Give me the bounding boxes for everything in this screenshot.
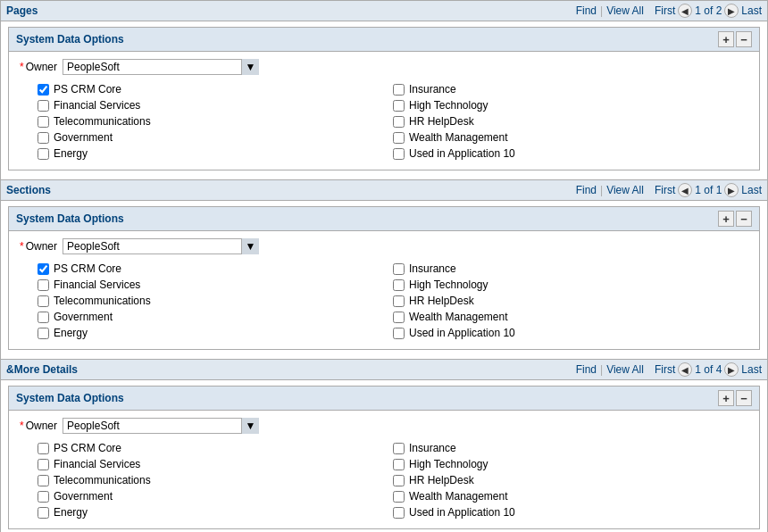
next-btn-sections[interactable]: ▶ [724,183,739,197]
checkbox-label-p_telecom[interactable]: Telecommunications [54,115,151,128]
checkbox-label-m_app10[interactable]: Used in Application 10 [409,506,515,519]
checkbox-m_hightech[interactable] [393,459,405,470]
checkbox-label-p_pscrm[interactable]: PS CRM Core [54,83,121,96]
inner-header-btns-pages: +− [718,31,752,47]
checkbox-p_telecom[interactable] [38,116,49,128]
view-all-link-sections[interactable]: View All [606,184,644,196]
checkbox-label-s_insurance[interactable]: Insurance [409,262,456,275]
checkbox-label-p_wealth[interactable]: Wealth Management [409,131,508,144]
checkbox-p_hightech[interactable] [393,100,405,112]
checkbox-s_gov[interactable] [38,312,49,323]
checkbox-m_insurance[interactable] [393,443,405,454]
owner-select-sections[interactable]: PeopleSoft [63,238,259,254]
checkbox-p_app10[interactable] [393,148,405,160]
checkbox-label-m_energy[interactable]: Energy [54,506,88,519]
checkbox-label-p_financial[interactable]: Financial Services [54,99,140,112]
owner-select-wrapper-sections: PeopleSoft▼ [63,238,259,254]
checkbox-label-s_energy[interactable]: Energy [54,327,88,339]
view-all-link-pages[interactable]: View All [606,4,644,17]
owner-select-wrapper-more-details: PeopleSoft▼ [63,418,259,434]
last-link-pages[interactable]: Last [741,4,762,17]
checkbox-s_pscrm[interactable] [38,263,49,275]
next-btn-pages[interactable]: ▶ [724,4,739,18]
view-all-link-more-details[interactable]: View All [606,363,644,376]
remove-btn-more-details[interactable]: − [736,390,752,406]
checkbox-s_insurance[interactable] [393,263,405,275]
prev-btn-more-details[interactable]: ◀ [678,362,692,377]
last-link-more-details[interactable]: Last [741,363,762,376]
checkbox-label-s_wealth[interactable]: Wealth Management [409,311,508,323]
add-btn-pages[interactable]: + [718,31,734,47]
first-link-pages[interactable]: First [655,4,675,17]
last-link-sections[interactable]: Last [741,184,762,196]
add-btn-sections[interactable]: + [718,211,734,227]
checkbox-label-p_insurance[interactable]: Insurance [409,83,456,96]
prev-btn-pages[interactable]: ◀ [678,4,692,18]
checkbox-item-p_energy: Energy [38,146,393,161]
checkbox-label-p_app10[interactable]: Used in Application 10 [409,147,515,160]
checkbox-s_telecom[interactable] [38,295,49,307]
remove-btn-pages[interactable]: − [736,31,752,47]
checkbox-label-m_insurance[interactable]: Insurance [409,442,456,454]
checkbox-s_hightech[interactable] [393,279,405,291]
checkbox-m_app10[interactable] [393,507,405,519]
owner-select-pages[interactable]: PeopleSoft [63,59,259,75]
checkbox-s_hrhelp[interactable] [393,295,405,307]
find-link-pages[interactable]: Find [576,4,597,17]
checkbox-label-s_hightech[interactable]: High Technology [409,278,488,291]
checkbox-p_energy[interactable] [38,148,49,160]
checkbox-m_pscrm[interactable] [38,443,49,454]
checkbox-label-m_hrhelp[interactable]: HR HelpDesk [409,474,474,486]
checkbox-label-p_gov[interactable]: Government [54,131,113,144]
checkbox-item-p_wealth: Wealth Management [393,130,748,145]
checkbox-label-m_pscrm[interactable]: PS CRM Core [54,442,121,454]
checkbox-label-s_hrhelp[interactable]: HR HelpDesk [409,295,474,307]
checkbox-s_app10[interactable] [393,328,405,339]
checkbox-s_wealth[interactable] [393,312,405,323]
checkbox-label-s_telecom[interactable]: Telecommunications [54,295,151,307]
checkbox-m_gov[interactable] [38,491,49,503]
prev-btn-sections[interactable]: ◀ [678,183,692,197]
checkbox-p_pscrm[interactable] [38,84,49,96]
required-star-sections: * [20,240,24,253]
checkbox-label-m_gov[interactable]: Government [54,490,113,503]
inner-box-more-details: System Data Options+−*OwnerPeopleSoft▼PS… [8,386,760,529]
next-btn-more-details[interactable]: ▶ [724,362,739,377]
checkbox-label-s_app10[interactable]: Used in Application 10 [409,327,515,339]
checkbox-p_wealth[interactable] [393,132,405,144]
checkbox-label-s_financial[interactable]: Financial Services [54,278,140,291]
checkbox-label-m_wealth[interactable]: Wealth Management [409,490,508,503]
checkbox-p_insurance[interactable] [393,84,405,96]
checkbox-m_telecom[interactable] [38,475,49,486]
checkbox-p_financial[interactable] [38,100,49,112]
checkbox-m_hrhelp[interactable] [393,475,405,486]
checkbox-label-s_gov[interactable]: Government [54,311,113,323]
find-link-sections[interactable]: Find [576,184,597,196]
checkbox-label-m_hightech[interactable]: High Technology [409,458,488,470]
inner-content-pages: *OwnerPeopleSoft▼PS CRM CoreInsuranceFin… [9,52,759,170]
checkbox-item-m_gov: Government [38,489,393,503]
checkbox-s_financial[interactable] [38,279,49,291]
add-btn-more-details[interactable]: + [718,390,734,406]
remove-btn-sections[interactable]: − [736,211,752,227]
checkbox-label-p_hrhelp[interactable]: HR HelpDesk [409,115,474,128]
find-link-more-details[interactable]: Find [576,363,597,376]
checkbox-label-m_telecom[interactable]: Telecommunications [54,474,151,486]
checkbox-item-p_gov: Government [38,130,393,145]
checkbox-label-s_pscrm[interactable]: PS CRM Core [54,262,121,275]
inner-header-sections: System Data Options+− [9,207,759,231]
checkbox-item-p_financial: Financial Services [38,98,393,112]
pager-more-details: First◀1 of 4▶Last [655,362,762,377]
checkbox-m_financial[interactable] [38,459,49,470]
owner-select-more-details[interactable]: PeopleSoft [63,418,259,434]
checkbox-label-p_hightech[interactable]: High Technology [409,99,488,112]
first-link-sections[interactable]: First [655,184,675,196]
checkbox-m_wealth[interactable] [393,491,405,503]
checkbox-label-p_energy[interactable]: Energy [54,147,88,160]
checkbox-p_hrhelp[interactable] [393,116,405,128]
checkbox-label-m_financial[interactable]: Financial Services [54,458,140,470]
checkbox-s_energy[interactable] [38,328,49,339]
first-link-more-details[interactable]: First [655,363,675,376]
checkbox-p_gov[interactable] [38,132,49,144]
checkbox-m_energy[interactable] [38,507,49,519]
